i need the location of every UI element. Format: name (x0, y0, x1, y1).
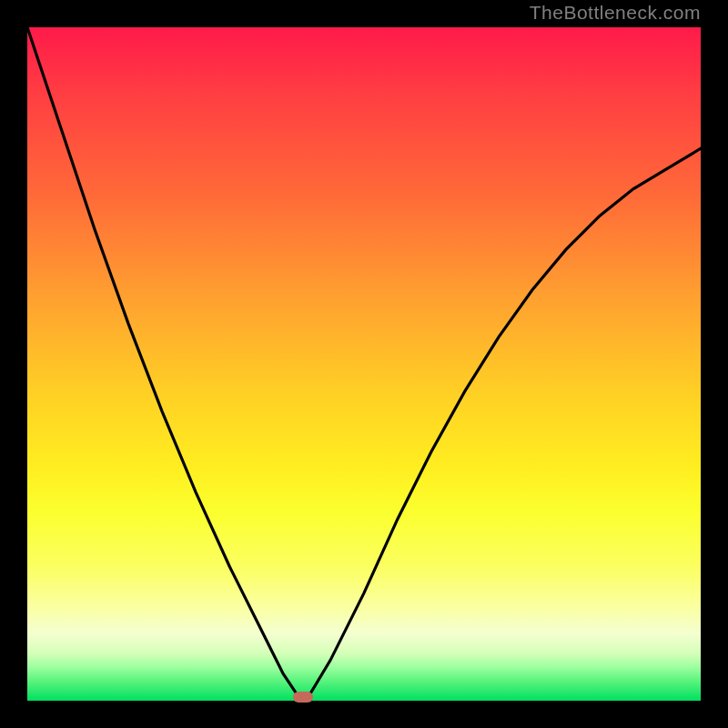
optimal-point-marker (293, 692, 313, 703)
chart-plot-area (27, 27, 701, 701)
watermark-text: TheBottleneck.com (530, 2, 701, 24)
bottleneck-curve (27, 27, 701, 701)
